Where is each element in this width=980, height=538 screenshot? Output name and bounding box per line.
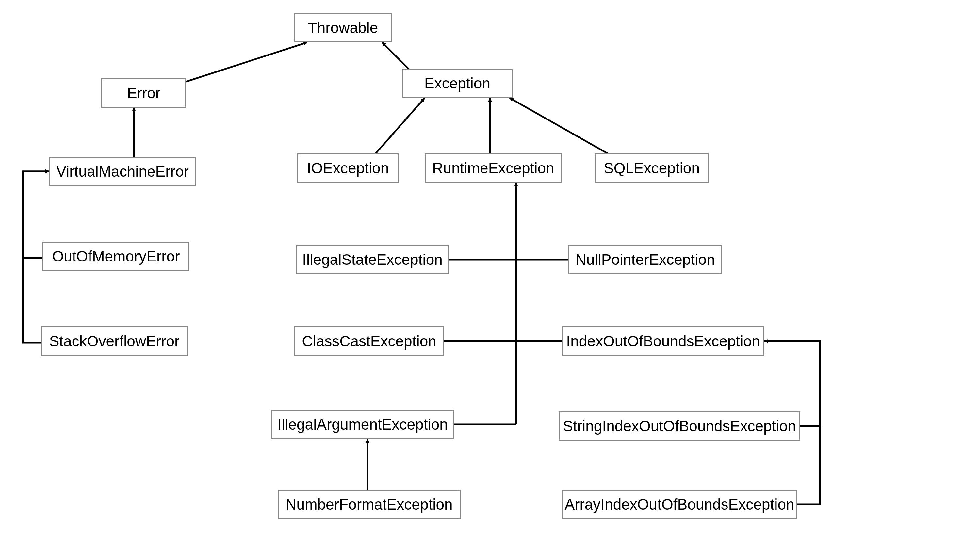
svg-line-1 xyxy=(382,43,412,72)
node-runtimeException: RuntimeException xyxy=(425,154,562,183)
node-arrayIndexOutOfBoundsException: ArrayIndexOutOfBoundsException xyxy=(562,490,797,519)
node-nullPointerException: NullPointerException xyxy=(568,245,722,274)
svg-line-3 xyxy=(375,98,425,154)
svg-line-5 xyxy=(510,98,608,154)
node-sqlException: SQLException xyxy=(595,154,709,183)
node-illegalStateException: IllegalStateException xyxy=(296,245,449,274)
node-error: Error xyxy=(101,78,186,108)
exception-hierarchy-diagram: ThrowableErrorExceptionVirtualMachineErr… xyxy=(0,0,980,538)
node-stackOverflowError: StackOverflowError xyxy=(41,327,188,356)
svg-line-0 xyxy=(186,43,307,82)
node-ioException: IOException xyxy=(297,154,399,183)
node-outOfMemoryError: OutOfMemoryError xyxy=(43,241,189,271)
node-virtualMachineError: VirtualMachineError xyxy=(49,157,196,186)
node-indexOutOfBoundsException: IndexOutOfBoundsException xyxy=(562,327,764,356)
node-exception: Exception xyxy=(402,68,513,98)
node-throwable: Throwable xyxy=(294,13,392,43)
node-numberFormatException: NumberFormatException xyxy=(278,490,461,519)
node-illegalArgumentException: IllegalArgumentException xyxy=(271,410,454,439)
node-stringIndexOutOfBoundsException: StringIndexOutOfBoundsException xyxy=(558,411,800,441)
node-classCastException: ClassCastException xyxy=(294,327,444,356)
